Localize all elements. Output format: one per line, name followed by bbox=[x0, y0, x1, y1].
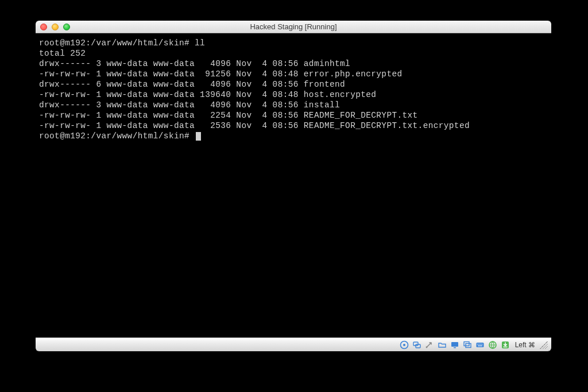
network-icon[interactable] bbox=[412, 340, 422, 350]
disc-icon[interactable] bbox=[399, 340, 409, 350]
vm-window: Hacked Staging [Running] root@m192:/var/… bbox=[36, 21, 551, 351]
statusbar: Left ⌘ bbox=[36, 337, 551, 351]
svg-rect-13 bbox=[481, 344, 481, 344]
svg-rect-14 bbox=[482, 344, 482, 344]
keyboard-icon[interactable] bbox=[475, 340, 485, 350]
terminal-output[interactable]: root@m192:/var/www/html/skin# ll total 2… bbox=[36, 33, 551, 337]
svg-rect-12 bbox=[479, 344, 480, 344]
svg-rect-9 bbox=[476, 343, 483, 347]
host-key-label: Left ⌘ bbox=[515, 341, 535, 349]
traffic-lights bbox=[40, 24, 70, 30]
close-icon[interactable] bbox=[40, 24, 47, 30]
svg-rect-15 bbox=[478, 346, 482, 346]
svg-rect-11 bbox=[478, 344, 479, 344]
zoom-icon[interactable] bbox=[63, 24, 70, 30]
svg-rect-5 bbox=[451, 342, 458, 347]
window-title: Hacked Staging [Running] bbox=[36, 22, 551, 31]
svg-rect-6 bbox=[454, 347, 456, 348]
titlebar[interactable]: Hacked Staging [Running] bbox=[36, 21, 551, 33]
globe-icon[interactable] bbox=[488, 340, 498, 350]
windows-icon[interactable] bbox=[462, 340, 473, 350]
usb-icon[interactable] bbox=[424, 340, 435, 350]
svg-point-4 bbox=[425, 346, 427, 348]
svg-rect-10 bbox=[477, 344, 478, 344]
status-icons bbox=[399, 340, 510, 350]
folder-icon[interactable] bbox=[437, 340, 447, 350]
display-icon[interactable] bbox=[450, 340, 460, 350]
minimize-icon[interactable] bbox=[52, 24, 59, 30]
resize-grip-icon[interactable] bbox=[540, 341, 548, 349]
download-icon[interactable] bbox=[500, 340, 510, 350]
cursor bbox=[196, 132, 201, 141]
svg-point-1 bbox=[403, 344, 405, 346]
